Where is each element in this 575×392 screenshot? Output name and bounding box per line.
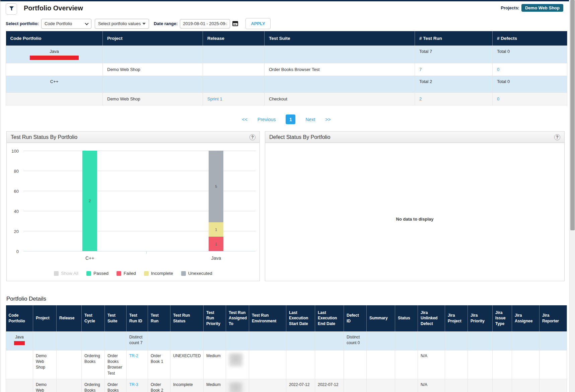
calendar-icon[interactable] bbox=[232, 21, 238, 26]
legend-label: Unexecuted bbox=[188, 271, 212, 276]
segment-value-label: 1 bbox=[215, 228, 217, 232]
dcol-test-run: Test Run bbox=[148, 305, 170, 331]
dcol-jira-unlinked: Jira Unlinked Defect bbox=[418, 305, 445, 331]
test-run-chart: 020406080100 2115 C++Java Show AllPassed… bbox=[7, 143, 260, 281]
test-run-status-cell: Incomplete bbox=[170, 379, 204, 392]
date-range-label: Date range: bbox=[154, 21, 178, 26]
release-link[interactable]: Sprint 1 bbox=[207, 96, 222, 101]
dcol-defect-id: Defect ID bbox=[344, 305, 367, 331]
portfolio-name: C++ bbox=[10, 79, 98, 84]
y-tick-label: 20 bbox=[14, 229, 19, 234]
dcol-jira-project: Jira Project bbox=[445, 305, 468, 331]
dcol-last-exec-end: Last Execution End Date bbox=[315, 305, 344, 331]
pagination-first[interactable]: << bbox=[242, 117, 247, 122]
legend-label: Incomplete bbox=[151, 271, 173, 276]
dcol-jira-issue-type: Jira Issue Type bbox=[493, 305, 512, 331]
test-run-cell: Order Book 1 bbox=[148, 350, 170, 379]
dcol-test-run-status: Test Run Status bbox=[170, 305, 204, 331]
portfolio-color-bar bbox=[30, 56, 79, 60]
test-run-count-link[interactable]: 7 bbox=[419, 67, 422, 72]
portfolio-name: Java bbox=[9, 334, 30, 340]
bar-segment-passed[interactable]: 2 bbox=[82, 151, 97, 251]
legend-item-incomplete[interactable]: Incomplete bbox=[144, 271, 173, 276]
help-icon[interactable]: ? bbox=[249, 134, 256, 140]
axis-tick bbox=[146, 251, 147, 254]
segment-value-label: 2 bbox=[89, 199, 91, 203]
legend-item-show-all[interactable]: Show All bbox=[54, 271, 78, 276]
details-row-tr3: Demo Web Shop Ordering Books Order Books… bbox=[6, 379, 567, 392]
legend-item-passed[interactable]: Passed bbox=[86, 271, 109, 276]
portfolio-details-title: Portfolio Details bbox=[6, 296, 46, 302]
portfolio-select[interactable]: Code Portfolio bbox=[41, 19, 91, 29]
pagination-last[interactable]: >> bbox=[325, 117, 331, 122]
legend-swatch bbox=[144, 271, 149, 276]
vertical-scrollbar[interactable] bbox=[569, 0, 575, 392]
page-title: Portfolio Overview bbox=[24, 4, 83, 12]
total-test-run: Total 2 bbox=[415, 76, 493, 92]
pagination-current-page[interactable]: 1 bbox=[286, 114, 295, 124]
col-defects: # Defects bbox=[493, 31, 567, 46]
x-category-label: Java bbox=[211, 255, 221, 261]
dcol-jira-reporter: Jira Reporter bbox=[540, 305, 567, 331]
col-release: Release bbox=[203, 31, 265, 46]
portfolio-values-select[interactable]: Select portfolio values bbox=[95, 19, 149, 29]
test-run-id-link[interactable]: TR-2 bbox=[129, 354, 138, 358]
test-run-cell: Order Book 2 bbox=[148, 379, 170, 392]
scrollbar-thumb[interactable] bbox=[570, 0, 575, 230]
test-suite-cell: Order Books Browser Test bbox=[265, 63, 415, 76]
defect-status-panel: Defect Status By Portfolio ? No data to … bbox=[265, 131, 565, 281]
no-data-message: No data to display bbox=[265, 217, 564, 222]
defect-count-link[interactable]: 0 bbox=[497, 96, 499, 101]
top-accent-line bbox=[0, 0, 569, 1]
bar-segment-failed[interactable]: 1 bbox=[209, 237, 223, 251]
legend-swatch bbox=[54, 271, 59, 276]
dcol-jira-priority: Jira Priority bbox=[468, 305, 493, 331]
y-tick-label: 60 bbox=[14, 189, 19, 194]
legend-swatch bbox=[117, 271, 121, 276]
summary-header-row: Code Portfolio Project Release Test Suit… bbox=[6, 31, 567, 46]
y-tick-label: 80 bbox=[14, 169, 19, 174]
total-defects: Total 0 bbox=[493, 76, 567, 92]
pagination-next[interactable]: Next bbox=[305, 117, 315, 122]
stacked-bar-c[interactable]: 2 bbox=[82, 151, 97, 251]
help-icon[interactable]: ? bbox=[554, 134, 560, 140]
test-run-id-link[interactable]: TR-3 bbox=[129, 382, 138, 387]
bar-segment-incomplete[interactable]: 1 bbox=[209, 222, 223, 237]
legend-item-unexecuted[interactable]: Unexecuted bbox=[181, 271, 212, 276]
details-header-row: Code Portfolio Project Release Test Cycl… bbox=[6, 305, 567, 331]
dcol-last-exec-start: Last Execution Start Date bbox=[286, 305, 315, 331]
pagination-previous[interactable]: Previous bbox=[258, 117, 276, 122]
portfolio-details-table: Code Portfolio Project Release Test Cycl… bbox=[6, 305, 567, 392]
test-run-priority-cell: Medium bbox=[204, 379, 226, 392]
dcol-test-cycle: Test Cycle bbox=[82, 305, 105, 331]
test-suite-cell: Order Books Browser Test bbox=[105, 350, 127, 379]
filter-bar: Select portfolio: Code Portfolio Select … bbox=[6, 18, 271, 29]
dcol-project: Project bbox=[33, 305, 57, 331]
date-range-input[interactable] bbox=[180, 19, 230, 28]
page-header: Portfolio Overview Projects: Demo Web Sh… bbox=[6, 3, 567, 16]
filter-toggle-button[interactable] bbox=[6, 3, 17, 15]
test-run-count-link[interactable]: 2 bbox=[419, 96, 422, 101]
details-row-tr2: Demo Web Shop Ordering Books Order Books… bbox=[6, 350, 567, 379]
summary-row-2: Demo Web Shop Sprint 1 Checkout 2 0 bbox=[6, 92, 567, 105]
segment-value-label: 5 bbox=[215, 184, 217, 188]
defect-count-link[interactable]: 0 bbox=[497, 67, 499, 72]
chart-xaxis: C++Java bbox=[23, 255, 256, 262]
legend-item-failed[interactable]: Failed bbox=[117, 271, 136, 276]
bar-segment-unexecuted[interactable]: 5 bbox=[209, 151, 223, 222]
project-badge[interactable]: Demo Web Shop bbox=[521, 4, 563, 12]
dcol-test-suite: Test Suite bbox=[105, 305, 127, 331]
y-tick-label: 40 bbox=[14, 209, 19, 214]
blurred-assignee bbox=[229, 353, 243, 367]
test-suite-cell: Order Books Browser Test bbox=[105, 379, 127, 392]
test-run-status-cell: UNEXECUTED bbox=[170, 350, 204, 379]
apply-button[interactable]: APPLY bbox=[245, 18, 270, 29]
portfolio-name: Java bbox=[10, 49, 98, 54]
stacked-bar-java[interactable]: 115 bbox=[209, 151, 223, 251]
dcol-jira-assignee: Jira Assignee bbox=[512, 305, 540, 331]
legend-label: Passed bbox=[93, 271, 109, 276]
x-category-label: C++ bbox=[85, 255, 94, 261]
blurred-assignee bbox=[229, 382, 243, 392]
dcol-summary: Summary bbox=[367, 305, 395, 331]
legend-swatch bbox=[181, 271, 186, 276]
